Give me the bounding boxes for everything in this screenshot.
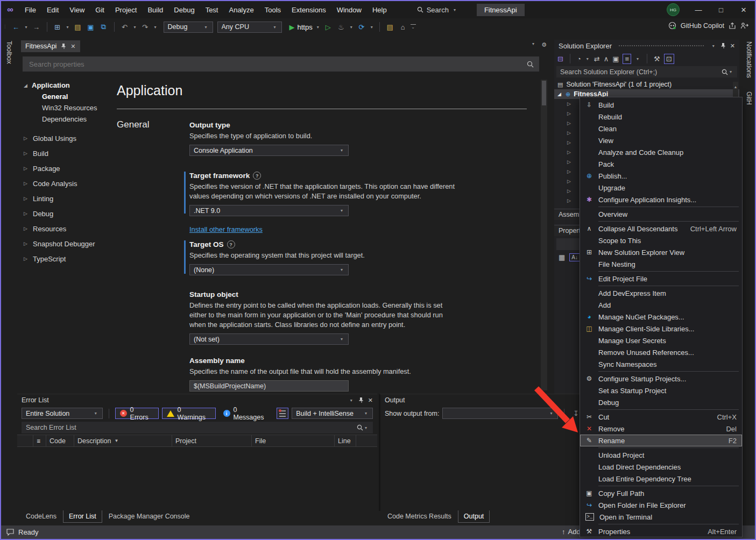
menu-view[interactable]: View: [64, 1, 90, 18]
menu-build[interactable]: Build: [142, 1, 168, 18]
save-icon[interactable]: ▣: [86, 21, 96, 33]
nav-build[interactable]: ▷Build: [24, 146, 116, 161]
editor-scrollbar[interactable]: [541, 80, 547, 390]
tab-package-manager-console[interactable]: Package Manager Console: [103, 510, 195, 522]
menu-item-rename[interactable]: ✎RenameF2: [580, 435, 742, 446]
nav-application[interactable]: ◢ Application: [24, 80, 116, 91]
menu-test[interactable]: Test: [200, 1, 224, 18]
menu-item-copy-full-path[interactable]: ▣Copy Full Path: [580, 487, 742, 499]
minimize-button[interactable]: —: [687, 1, 710, 18]
startup-object-dropdown[interactable]: (Not set) ▾: [189, 333, 349, 345]
menu-file[interactable]: File: [19, 1, 41, 18]
menu-item-manage-nuget-packages[interactable]: ◕Manage NuGet Packages...: [580, 311, 742, 323]
categorized-view-icon[interactable]: ▦: [559, 253, 565, 261]
build-filter-dropdown[interactable]: Build + IntelliSense ▾: [292, 408, 373, 419]
chevron-down-icon[interactable]: ▾: [24, 25, 29, 30]
menu-item-upgrade[interactable]: Upgrade: [580, 182, 742, 194]
menu-item-configure-startup-projects[interactable]: ⚙Configure Startup Projects...: [580, 373, 742, 385]
menu-project[interactable]: Project: [110, 1, 142, 18]
switch-views-icon[interactable]: ⊟: [557, 55, 563, 63]
find-in-files-icon[interactable]: ▤: [385, 21, 395, 33]
solution-node[interactable]: ▤ Solution 'FitnessApi' (1 of 1 project): [554, 80, 739, 89]
scope-dropdown[interactable]: Entire Solution ▾: [22, 408, 103, 419]
copilot-label[interactable]: GitHub Copilot: [681, 22, 724, 30]
chevron-down-icon[interactable]: ▾: [349, 25, 354, 30]
add-to-source-control[interactable]: ↑ Add: [562, 528, 581, 536]
configuration-dropdown[interactable]: Debug ▾: [164, 22, 213, 33]
feedback-icon[interactable]: [6, 529, 14, 536]
chevron-down-icon[interactable]: ▾: [65, 25, 70, 30]
menu-item-open-folder-in-file-explorer[interactable]: ↪Open Folder in File Explorer: [580, 499, 742, 511]
properties-pages-icon[interactable]: ▣: [612, 55, 619, 63]
menu-item-publish[interactable]: ⊕Publish...: [580, 170, 742, 182]
chevron-down-icon[interactable]: ▾: [349, 398, 354, 403]
target-os-dropdown[interactable]: (None) ▾: [189, 264, 349, 275]
menu-item-edit-project-file[interactable]: ↪Edit Project File: [580, 273, 742, 285]
pin-icon[interactable]: [720, 42, 726, 49]
tab-codelens[interactable]: CodeLens: [20, 510, 62, 522]
menu-item-unload-project[interactable]: Unload Project: [580, 449, 742, 461]
column-severity-icon[interactable]: ≣: [33, 435, 46, 446]
tab-output[interactable]: Output: [458, 510, 490, 523]
chevron-down-icon[interactable]: ▾: [585, 56, 590, 61]
menu-item-new-solution-explorer-view[interactable]: ⊞New Solution Explorer View: [580, 246, 742, 258]
search-properties-input[interactable]: [28, 60, 527, 69]
close-button[interactable]: ✕: [732, 1, 755, 18]
menu-item-load-entire-dependency-tree[interactable]: Load Entire Dependency Tree: [580, 473, 742, 485]
share-icon[interactable]: [729, 22, 736, 30]
close-icon[interactable]: ✕: [730, 42, 735, 49]
nav-code-analysis[interactable]: ▷Code Analysis: [24, 176, 116, 191]
menu-item-cut[interactable]: ✂CutCtrl+X: [580, 411, 742, 423]
menu-analyze[interactable]: Analyze: [223, 1, 259, 18]
nav-general[interactable]: General: [24, 91, 116, 102]
profiler-flame-icon[interactable]: ♨: [336, 21, 347, 33]
menu-window[interactable]: Window: [331, 1, 367, 18]
menu-item-view[interactable]: View: [580, 134, 742, 146]
tab-code-metrics-results[interactable]: Code Metrics Results: [382, 510, 457, 522]
nav-debug[interactable]: ▷Debug: [24, 206, 116, 221]
solution-explorer-search[interactable]: Search Solution Explorer (Ctrl+;) ▾: [556, 66, 737, 77]
column-line[interactable]: Line: [335, 435, 356, 446]
toolbar-overflow-icon[interactable]: ⌄: [411, 24, 416, 30]
redo-icon[interactable]: ↷: [140, 21, 151, 33]
menu-item-add-devexpress-item[interactable]: Add DevExpress Item: [580, 287, 742, 299]
menu-item-remove-unused-references[interactable]: Remove Unused References...: [580, 346, 742, 358]
menu-item-overview[interactable]: Overview: [580, 208, 742, 220]
scroll-up-icon[interactable]: ▲: [734, 85, 738, 89]
github-tab[interactable]: GitH: [745, 91, 753, 105]
collapse-all-icon[interactable]: ∧: [604, 55, 609, 63]
help-icon[interactable]: ?: [227, 240, 235, 248]
alphabetical-sort-icon[interactable]: A↓: [569, 253, 580, 261]
menu-item-clean[interactable]: Clean: [580, 123, 742, 134]
pending-changes-filter-icon[interactable]: ◔: [577, 55, 581, 63]
nav-typescript[interactable]: ▷TypeScript: [24, 251, 116, 266]
menu-item-scope-to-this[interactable]: Scope to This: [580, 235, 742, 246]
nav-win32-resources[interactable]: Win32 Resources: [24, 102, 116, 113]
tab-error-list[interactable]: Error List: [63, 510, 102, 523]
pin-icon[interactable]: [61, 43, 66, 49]
track-active-item-icon[interactable]: ≡: [623, 54, 631, 64]
menu-item-rebuild[interactable]: Rebuild: [580, 111, 742, 123]
errors-toggle-button[interactable]: ✕ 0 Errors: [115, 408, 159, 419]
nav-snapshot-debugger[interactable]: ▷Snapshot Debugger: [24, 236, 116, 251]
start-without-debugging-icon[interactable]: ▷: [323, 21, 334, 33]
chevron-down-icon[interactable]: ▾: [363, 425, 369, 430]
navigate-back-icon[interactable]: ←: [11, 21, 22, 33]
assembly-name-input[interactable]: [189, 380, 349, 392]
show-all-files-icon[interactable]: ⊡: [664, 54, 674, 64]
columns-filter-button[interactable]: [277, 408, 288, 419]
open-folder-icon[interactable]: ▤: [73, 21, 83, 33]
output-type-dropdown[interactable]: Console Application ▾: [189, 145, 349, 156]
panel-grip[interactable]: [618, 45, 704, 47]
menu-extensions[interactable]: Extensions: [286, 1, 331, 18]
hot-reload-icon[interactable]: ⟳: [356, 21, 367, 33]
chevron-down-icon[interactable]: ▾: [635, 56, 640, 61]
notifications-tab[interactable]: Notifications: [745, 41, 753, 78]
menu-debug[interactable]: Debug: [168, 1, 200, 18]
chevron-down-icon[interactable]: ▾: [728, 69, 733, 74]
document-tab-fitnessapi[interactable]: FitnessApi ✕: [21, 40, 80, 52]
live-share-icon[interactable]: [740, 22, 748, 30]
nav-resources[interactable]: ▷Resources: [24, 221, 116, 236]
menu-edit[interactable]: Edit: [41, 1, 64, 18]
global-search[interactable]: Search ▾: [412, 5, 463, 15]
